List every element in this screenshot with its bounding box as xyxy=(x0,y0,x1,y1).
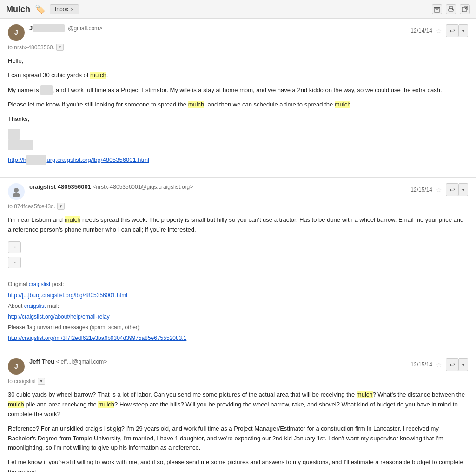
more-btn-3[interactable]: ▾ xyxy=(459,358,468,371)
more-btn-2[interactable]: ▾ xyxy=(459,183,468,196)
reply-group-2: ↩ ▾ xyxy=(446,183,468,196)
footer-flag-link: http://craigslist.org/mf/3f7f2edf621e3ba… xyxy=(8,334,468,343)
reply-btn-3[interactable]: ↩ xyxy=(446,358,459,371)
to-label-3: to craigslist xyxy=(8,378,36,385)
craigslist-label-2: craigslist xyxy=(24,303,46,309)
body-sig1 xyxy=(8,129,468,150)
to-expand-3[interactable]: ▾ xyxy=(38,378,45,385)
sender-email-2: <nrstx-4805356001@gigs.craigslist.org> xyxy=(93,184,193,190)
avatar-1: J xyxy=(8,24,25,41)
svg-rect-7 xyxy=(452,9,453,10)
link-blur xyxy=(26,155,47,166)
craigslist-link-1[interactable]: http://h urg.craigslist.org/lbg/48053560… xyxy=(8,156,149,163)
footer-about: About craigslist mail: xyxy=(8,302,468,311)
craigslist-label-1: craigslist xyxy=(29,281,51,287)
body-p5: Thanks, xyxy=(8,114,468,124)
reply-group-1: ↩ ▾ xyxy=(446,24,468,37)
inbox-tab[interactable]: Inbox × xyxy=(50,4,79,14)
title-bar: Mulch 🏷️ Inbox × xyxy=(0,0,476,19)
email-thread: J J @gmail.com> 12/14/14 ☆ ↩ ▾ to nrs xyxy=(0,19,476,472)
archive-btn[interactable] xyxy=(432,4,442,14)
email-header-2: craigslist 4805356001 <nrstx-4805356001@… xyxy=(8,183,468,200)
body-p3-3: Let me know if you're still willing to w… xyxy=(8,458,468,472)
window-title: Mulch xyxy=(6,5,30,14)
email-body-2: I'm near Lisburn and mulch needs spread … xyxy=(8,215,468,343)
body-p3-2: Reference? For an unskilled craig's list… xyxy=(8,424,468,453)
expand-btn-2[interactable]: ··· xyxy=(8,257,21,268)
svg-rect-8 xyxy=(462,7,466,12)
to-label-2: to 874fcea5fce43d. xyxy=(8,203,55,210)
print-btn[interactable] xyxy=(446,4,456,14)
sig-blur-1 xyxy=(8,129,20,140)
email-message-2: craigslist 4805356001 <nrstx-4805356001@… xyxy=(0,178,476,352)
svg-rect-6 xyxy=(450,11,452,11)
to-line-2: to 874fcea5fce43d. ▾ xyxy=(8,203,468,210)
body-p3: My name is , and I work full time as a P… xyxy=(8,85,468,96)
email-message-1: J J @gmail.com> 12/14/14 ☆ ↩ ▾ to nrs xyxy=(0,19,476,178)
to-label-1: to nrstx-48053560. xyxy=(8,44,54,51)
email-date-2: 12/15/14 xyxy=(410,186,432,193)
email-header-1: J J @gmail.com> 12/14/14 ☆ ↩ ▾ xyxy=(8,24,468,41)
to-expand-1[interactable]: ▾ xyxy=(56,44,64,51)
highlight-mulch-4: mulch xyxy=(65,216,81,223)
sender-name-blur xyxy=(33,24,65,32)
to-expand-2[interactable]: ▾ xyxy=(57,203,65,210)
sig-blur-2 xyxy=(8,140,33,150)
email-header-3: J Jeff Treu <jeff...l@gmail.com> 12/15/1… xyxy=(8,358,468,375)
body-p1: Hello, xyxy=(8,56,468,66)
avatar-3: J xyxy=(8,358,25,375)
body-p4: Please let me know if you're still looki… xyxy=(8,100,468,110)
svg-rect-1 xyxy=(435,8,439,12)
reply-btn-2[interactable]: ↩ xyxy=(446,183,459,196)
svg-point-11 xyxy=(13,193,20,197)
footer-section-2: Original craigslist post: http://[...]bu… xyxy=(8,280,468,343)
label-icon: 🏷️ xyxy=(35,4,45,14)
highlight-mulch-2: mulch xyxy=(188,101,205,108)
sender-name-3: Jeff Treu xyxy=(29,358,54,365)
footer-about-link: http://craigslist.org/about/help/email-r… xyxy=(8,312,468,321)
email-body-1: Hello, I can spread 30 cubic yards of mu… xyxy=(8,56,468,165)
highlight-mulch-7: mulch xyxy=(98,401,114,408)
flag-link[interactable]: http://craigslist.org/mf/3f7f2edf621e3ba… xyxy=(8,335,186,341)
about-craigslist-link[interactable]: http://craigslist.org/about/help/email-r… xyxy=(8,313,110,320)
avatar-2 xyxy=(8,183,25,200)
body-p2: I can spread 30 cubic yards of mulch. xyxy=(8,71,468,80)
highlight-mulch-1: mulch xyxy=(90,72,106,79)
expand-dots-container: ··· ··· xyxy=(8,239,468,270)
email-window: Mulch 🏷️ Inbox × J xyxy=(0,0,476,472)
email-date-3: 12/15/14 xyxy=(410,361,432,368)
email-message-3: J Jeff Treu <jeff...l@gmail.com> 12/15/1… xyxy=(0,352,476,472)
name-blur-1 xyxy=(40,85,53,96)
email-meta-3: 12/15/14 ☆ ↩ ▾ xyxy=(410,358,468,371)
svg-rect-3 xyxy=(449,7,453,9)
to-line-3: to craigslist ▾ xyxy=(8,378,468,385)
original-post-link[interactable]: http://[...]burg.craigslist.org/lbg/4805… xyxy=(8,292,127,299)
sender-name-2: craigslist 4805356001 xyxy=(29,183,93,190)
more-btn-1[interactable]: ▾ xyxy=(459,24,468,37)
sender-name-1: J xyxy=(29,25,65,32)
tab-bar: Inbox × xyxy=(50,4,79,14)
expand-btn-1[interactable]: ··· xyxy=(8,241,21,253)
email-meta-2: 12/15/14 ☆ ↩ ▾ xyxy=(410,183,468,196)
reply-group-3: ↩ ▾ xyxy=(446,358,468,371)
tab-close-btn[interactable]: × xyxy=(71,7,73,12)
sender-email-1: @gmail.com> xyxy=(66,25,102,32)
email-meta-1: 12/14/14 ☆ ↩ ▾ xyxy=(410,24,468,37)
sender-info-2: craigslist 4805356001 <nrstx-4805356001@… xyxy=(29,183,406,190)
new-window-btn[interactable] xyxy=(460,4,470,14)
star-btn-2[interactable]: ☆ xyxy=(436,186,442,193)
footer-original: Original craigslist post: xyxy=(8,280,468,289)
star-btn-1[interactable]: ☆ xyxy=(436,27,442,34)
highlight-mulch-3: mulch xyxy=(335,101,351,108)
email-date-1: 12/14/14 xyxy=(410,27,432,34)
highlight-mulch-5: mulch xyxy=(357,391,373,398)
email-body-3: 30 cubic yards by wheel barrow? That is … xyxy=(8,390,468,472)
footer-original-link: http://[...]burg.craigslist.org/lbg/4805… xyxy=(8,291,468,300)
sender-info-3: Jeff Treu <jeff...l@gmail.com> xyxy=(29,358,406,365)
body-main-2: I'm near Lisburn and mulch needs spread … xyxy=(8,215,468,235)
svg-point-10 xyxy=(14,188,19,193)
star-btn-3[interactable]: ☆ xyxy=(436,361,442,368)
footer-flag: Please flag unwanted messages (spam, sca… xyxy=(8,323,468,332)
reply-btn-1[interactable]: ↩ xyxy=(446,24,459,37)
body-link-1: http://h urg.craigslist.org/lbg/48053560… xyxy=(8,155,468,166)
